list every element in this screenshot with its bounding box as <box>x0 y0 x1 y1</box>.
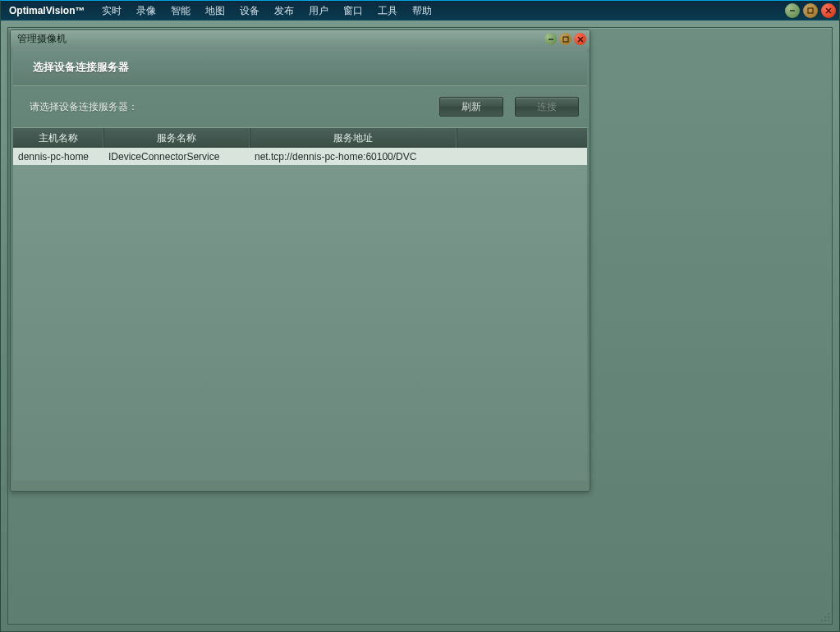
maximize-icon <box>562 35 570 44</box>
resize-grip[interactable] <box>819 611 830 622</box>
action-row: 请选择设备连接服务器： 刷新 连接 <box>13 86 587 127</box>
main-minimize-button[interactable] <box>785 3 800 18</box>
menu-device[interactable]: 设备 <box>232 1 267 21</box>
refresh-button[interactable]: 刷新 <box>439 97 503 117</box>
svg-point-9 <box>824 616 826 618</box>
close-icon <box>824 7 833 15</box>
menu-window[interactable]: 窗口 <box>336 1 370 21</box>
table-row[interactable]: dennis-pc-home IDeviceConnectorService n… <box>13 148 587 165</box>
content-area: 管理摄像机 选择设备连接服务器 请选择设备连接服务器： <box>7 27 833 625</box>
main-window: OptimalVision™ 实时 录像 智能 地图 设备 发布 用户 窗口 工… <box>0 0 840 632</box>
dialog-close-button[interactable] <box>574 33 586 45</box>
menu-publish[interactable]: 发布 <box>267 1 301 21</box>
dialog-header: 选择设备连接服务器 <box>13 48 587 86</box>
table-header: 主机名称 服务名称 服务地址 <box>13 128 587 148</box>
column-header-spacer <box>457 128 587 148</box>
svg-rect-5 <box>563 37 568 42</box>
column-header-service[interactable]: 服务名称 <box>103 128 250 148</box>
svg-point-13 <box>828 620 829 621</box>
main-window-controls <box>785 3 836 18</box>
close-icon <box>576 35 585 44</box>
menu-user[interactable]: 用户 <box>301 1 336 21</box>
column-header-host[interactable]: 主机名称 <box>13 128 103 148</box>
resize-grip-icon <box>819 611 830 622</box>
main-menu: 实时 录像 智能 地图 设备 发布 用户 窗口 工具 帮助 <box>94 1 439 21</box>
dialog-window-controls <box>544 33 586 45</box>
svg-point-10 <box>828 616 829 618</box>
main-close-button[interactable] <box>821 3 836 18</box>
manage-camera-dialog: 管理摄像机 选择设备连接服务器 请选择设备连接服务器： <box>10 30 590 492</box>
svg-point-8 <box>828 613 829 615</box>
menu-realtime[interactable]: 实时 <box>94 1 129 21</box>
action-buttons: 刷新 连接 <box>439 97 579 117</box>
menu-smart[interactable]: 智能 <box>163 1 198 21</box>
svg-point-12 <box>824 620 826 621</box>
dialog-body: 选择设备连接服务器 请选择设备连接服务器： 刷新 连接 主机名称 服务名称 服务… <box>11 48 590 483</box>
menu-record[interactable]: 录像 <box>129 1 163 21</box>
menu-tools[interactable]: 工具 <box>370 1 405 21</box>
cell-service: IDeviceConnectorService <box>103 151 250 163</box>
dialog-minimize-button[interactable] <box>544 33 557 45</box>
svg-point-11 <box>821 620 823 621</box>
column-header-address[interactable]: 服务地址 <box>250 128 457 148</box>
prompt-label: 请选择设备连接服务器： <box>30 100 138 114</box>
server-table: 主机名称 服务名称 服务地址 dennis-pc-home IDeviceCon… <box>13 127 587 481</box>
cell-host: dennis-pc-home <box>13 151 103 163</box>
cell-address: net.tcp://dennis-pc-home:60100/DVC <box>250 151 587 163</box>
app-brand: OptimalVision™ <box>9 5 85 16</box>
minimize-icon <box>547 35 555 44</box>
dialog-maximize-button[interactable] <box>559 33 571 45</box>
menu-help[interactable]: 帮助 <box>405 1 439 21</box>
main-maximize-button[interactable] <box>803 3 818 18</box>
main-titlebar[interactable]: OptimalVision™ 实时 录像 智能 地图 设备 发布 用户 窗口 工… <box>1 1 839 21</box>
table-body[interactable]: dennis-pc-home IDeviceConnectorService n… <box>13 148 587 481</box>
connect-button[interactable]: 连接 <box>515 97 579 117</box>
dialog-title: 管理摄像机 <box>17 32 67 46</box>
dialog-titlebar[interactable]: 管理摄像机 <box>11 30 590 48</box>
minimize-icon <box>788 7 796 15</box>
maximize-icon <box>806 7 815 15</box>
svg-rect-1 <box>808 8 813 13</box>
menu-map[interactable]: 地图 <box>198 1 232 21</box>
